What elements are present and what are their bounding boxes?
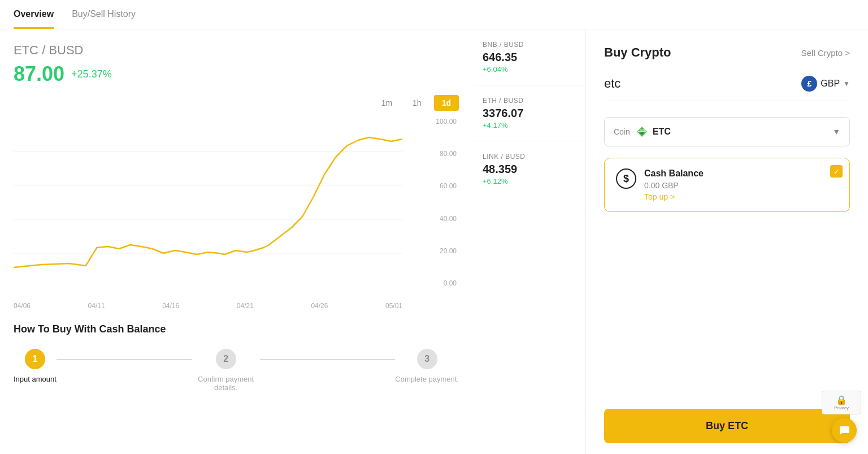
coin-card-eth[interactable]: ETH / BUSD 3376.07 +4.17% <box>472 85 585 141</box>
y-label-0: 0.00 <box>444 279 457 287</box>
bnb-price: 646.35 <box>483 51 575 64</box>
chat-bubble-button[interactable] <box>832 418 857 443</box>
how-to-buy-section: How To Buy With Cash Balance 1 Input amo… <box>14 323 459 392</box>
step-1-label: Input amount <box>14 375 57 383</box>
x-axis: 04/06 04/11 04/16 04/21 04/26 05/01 <box>14 299 402 310</box>
link-price: 48.359 <box>483 163 575 176</box>
coin-dropdown-row: Coin ETC ▼ <box>604 117 850 146</box>
coin-list: BNB / BUSD 646.35 +6.04% ETH / BUSD 3376… <box>472 29 585 454</box>
step-3-circle: 3 <box>417 349 437 369</box>
currency-text-input[interactable] <box>604 76 795 91</box>
time-buttons: 1m 1h 1d <box>374 95 459 111</box>
time-btn-1d[interactable]: 1d <box>434 95 459 111</box>
etc-coin-icon <box>636 126 648 138</box>
coin-select-box[interactable]: Coin ETC ▼ <box>604 117 850 146</box>
steps-container: 1 Input amount 2 Confirm payment details… <box>14 349 459 392</box>
currency-label: GBP <box>821 79 840 89</box>
coin-select-value: ETC <box>653 127 671 137</box>
time-btn-1h[interactable]: 1h <box>405 95 429 111</box>
chat-icon <box>838 424 850 436</box>
gbp-icon: £ <box>801 76 817 92</box>
step-1-circle: 1 <box>25 349 45 369</box>
balance-title: Cash Balance <box>644 168 704 179</box>
bnb-change: +6.04% <box>483 65 575 73</box>
dollar-icon: $ <box>616 168 636 189</box>
quote-currency: BUSD <box>49 43 83 57</box>
balance-amount: 0.00 GBP <box>644 181 704 190</box>
y-label-40: 40.00 <box>440 215 457 223</box>
link-pair: LINK / BUSD <box>483 153 575 161</box>
top-navigation: Overview Buy/Sell History <box>0 0 868 29</box>
tab-history[interactable]: Buy/Sell History <box>72 0 136 29</box>
currency-input-row: £ GBP ▼ <box>604 76 850 101</box>
x-label-3: 04/16 <box>162 302 179 310</box>
main-layout: ETC / BUSD 87.00 +25.37% 1m 1h 1d 100.00… <box>0 29 868 454</box>
coin-select-left: Coin ETC <box>614 126 671 138</box>
pair-title: ETC / BUSD <box>14 43 459 58</box>
x-label-4: 04/21 <box>237 302 254 310</box>
connector-1-2 <box>57 359 192 360</box>
cash-balance-card[interactable]: $ Cash Balance 0.00 GBP Top up > ✓ <box>604 158 850 212</box>
tab-overview[interactable]: Overview <box>14 0 54 29</box>
link-change: +6.12% <box>483 177 575 185</box>
coin-card-bnb[interactable]: BNB / BUSD 646.35 +6.04% <box>472 29 585 85</box>
y-label-100: 100.00 <box>436 118 457 126</box>
x-label-6: 05/01 <box>385 302 402 310</box>
price-value: 87.00 <box>14 62 64 86</box>
eth-pair: ETH / BUSD <box>483 97 575 105</box>
step-2-label: Confirm payment details. <box>192 375 260 392</box>
left-panel: ETC / BUSD 87.00 +25.37% 1m 1h 1d 100.00… <box>0 29 472 454</box>
pair-separator: / <box>42 43 49 57</box>
base-currency: ETC <box>14 43 38 57</box>
bnb-pair: BNB / BUSD <box>483 41 575 49</box>
price-chart <box>14 118 402 287</box>
currency-selector[interactable]: £ GBP ▼ <box>801 76 850 92</box>
recaptcha-badge: 🔒 Privacy <box>822 391 861 414</box>
step-2-circle: 2 <box>216 349 236 369</box>
connector-2-3 <box>260 359 396 360</box>
spacer <box>604 223 850 397</box>
y-label-60: 60.00 <box>440 182 457 190</box>
price-change: +25.37% <box>71 68 112 80</box>
coin-card-link[interactable]: LINK / BUSD 48.359 +6.12% <box>472 141 585 197</box>
top-up-link[interactable]: Top up > <box>644 192 704 201</box>
chart-container: 1m 1h 1d 100.00 80.00 60.00 40.00 20.00 … <box>14 95 459 310</box>
coin-label: Coin <box>614 127 630 136</box>
balance-info: Cash Balance 0.00 GBP Top up > <box>644 168 704 201</box>
y-axis: 100.00 80.00 60.00 40.00 20.00 0.00 <box>408 118 459 287</box>
step-3: 3 Complete payment. <box>395 349 459 383</box>
x-label-1: 04/06 <box>14 302 31 310</box>
coin-select-chevron-icon: ▼ <box>832 127 840 136</box>
y-label-20: 20.00 <box>440 247 457 255</box>
recaptcha-logo: 🔒 <box>826 395 857 405</box>
recaptcha-text: Privacy <box>826 405 857 410</box>
price-row: 87.00 +25.37% <box>14 62 459 86</box>
step-1: 1 Input amount <box>14 349 57 383</box>
buy-etc-button[interactable]: Buy ETC <box>604 409 850 443</box>
y-label-80: 80.00 <box>440 150 457 158</box>
x-label-2: 04/11 <box>88 302 105 310</box>
coin-name-badge: ETC <box>636 126 671 138</box>
step-2: 2 Confirm payment details. <box>192 349 260 392</box>
buy-crypto-title: Buy Crypto <box>604 45 671 60</box>
how-to-buy-title: How To Buy With Cash Balance <box>14 323 459 335</box>
step-3-label: Complete payment. <box>395 375 459 383</box>
currency-chevron-icon: ▼ <box>843 80 850 88</box>
eth-change: +4.17% <box>483 121 575 129</box>
x-label-5: 04/26 <box>311 302 328 310</box>
balance-check-icon: ✓ <box>830 165 843 178</box>
chart-svg-wrapper <box>14 118 402 287</box>
eth-price: 3376.07 <box>483 107 575 120</box>
sell-crypto-link[interactable]: Sell Crypto > <box>801 48 850 58</box>
buy-sell-header: Buy Crypto Sell Crypto > <box>604 45 850 60</box>
time-btn-1m[interactable]: 1m <box>374 95 400 111</box>
